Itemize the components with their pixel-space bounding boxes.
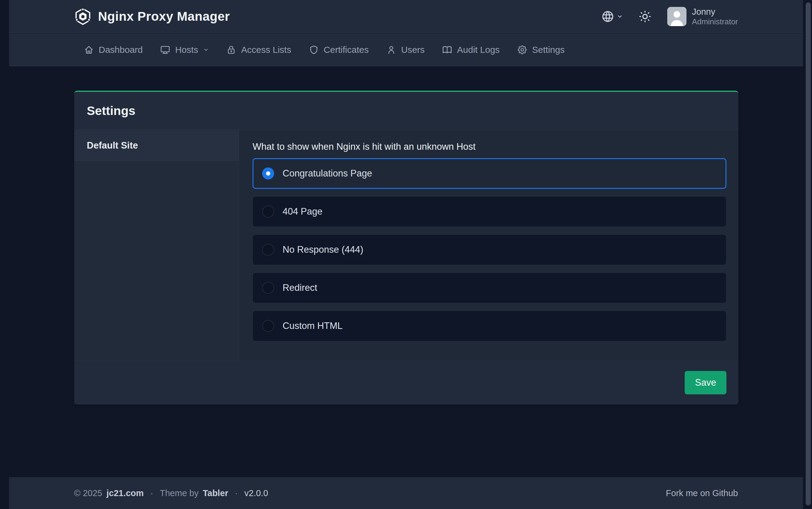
nav-item-audit-logs[interactable]: Audit Logs xyxy=(442,44,500,55)
theme-by-text: Theme by xyxy=(160,488,198,498)
save-button[interactable]: Save xyxy=(685,371,726,394)
brand-title: Nginx Proxy Manager xyxy=(98,9,230,24)
sun-icon xyxy=(639,10,652,23)
gear-icon xyxy=(517,44,528,55)
radio-icon[interactable] xyxy=(262,282,274,294)
nav-item-label: Users xyxy=(401,45,425,55)
shield-icon xyxy=(308,44,319,55)
book-icon xyxy=(442,44,453,55)
brand[interactable]: Nginx Proxy Manager xyxy=(74,8,230,25)
chevron-down-icon xyxy=(203,47,209,53)
sidebar-item-default-site[interactable]: Default Site xyxy=(74,130,239,161)
nav-item-hosts[interactable]: Hosts xyxy=(160,44,209,55)
nav-item-access-lists[interactable]: Access Lists xyxy=(226,44,291,55)
nav-item-users[interactable]: Users xyxy=(386,44,425,55)
nav-item-label: Certificates xyxy=(324,45,369,55)
separator-dot: · xyxy=(232,488,240,498)
option-no-response-444[interactable]: No Response (444) xyxy=(253,234,726,265)
radio-icon[interactable] xyxy=(262,206,274,217)
app-logo-icon xyxy=(74,8,92,25)
user-menu[interactable]: Jonny Administrator xyxy=(667,7,738,26)
user-icon xyxy=(386,44,397,55)
card-header: Settings xyxy=(74,92,739,130)
option-redirect[interactable]: Redirect xyxy=(253,272,726,303)
globe-icon xyxy=(601,10,614,23)
nav-item-dashboard[interactable]: Dashboard xyxy=(84,44,143,55)
chevron-down-icon xyxy=(617,13,623,20)
main-nav: Dashboard Hosts Access Lists xyxy=(9,34,803,66)
language-menu[interactable] xyxy=(601,10,623,23)
theme-toggle[interactable] xyxy=(639,10,652,23)
option-congratulations-page[interactable]: Congratulations Page xyxy=(253,158,726,189)
nav-item-label: Dashboard xyxy=(99,45,143,55)
separator-dot: · xyxy=(148,488,156,498)
github-link[interactable]: Fork me on Github xyxy=(666,488,738,498)
option-404-page[interactable]: 404 Page xyxy=(253,196,726,227)
nav-item-label: Settings xyxy=(532,45,564,55)
card-footer: Save xyxy=(74,361,739,404)
user-name: Jonny xyxy=(692,7,738,17)
nav-item-label: Hosts xyxy=(175,45,198,55)
page-footer: © 2025 jc21.com · Theme by Tabler · v2.0… xyxy=(9,477,803,509)
version-text[interactable]: v2.0.0 xyxy=(245,488,268,498)
avatar xyxy=(667,7,686,26)
page-title: Settings xyxy=(87,104,135,118)
settings-sidebar: Default Site xyxy=(74,130,239,361)
radio-checked-icon[interactable] xyxy=(262,167,274,179)
monitor-icon xyxy=(160,44,170,55)
user-role: Administrator xyxy=(692,17,738,26)
settings-card: Settings Default Site What to show when … xyxy=(74,91,739,405)
tabler-link[interactable]: Tabler xyxy=(203,488,228,498)
app-header: Nginx Proxy Manager xyxy=(9,0,803,33)
nav-item-settings[interactable]: Settings xyxy=(517,44,564,55)
home-icon xyxy=(84,44,94,55)
option-custom-html[interactable]: Custom HTML xyxy=(253,311,726,341)
scrollbar-thumb[interactable] xyxy=(806,2,811,505)
radio-icon[interactable] xyxy=(262,320,274,332)
default-site-question: What to show when Nginx is hit with an u… xyxy=(253,141,726,153)
nav-item-certificates[interactable]: Certificates xyxy=(308,44,369,55)
radio-icon[interactable] xyxy=(262,244,274,256)
nav-item-label: Audit Logs xyxy=(457,45,500,55)
copyright-text: © 2025 xyxy=(74,488,102,498)
nav-item-label: Access Lists xyxy=(241,45,291,55)
sidebar-item-label: Default Site xyxy=(87,140,138,151)
lock-icon xyxy=(226,44,237,55)
jc21-link[interactable]: jc21.com xyxy=(106,488,143,498)
default-site-form: What to show when Nginx is hit with an u… xyxy=(239,130,739,361)
